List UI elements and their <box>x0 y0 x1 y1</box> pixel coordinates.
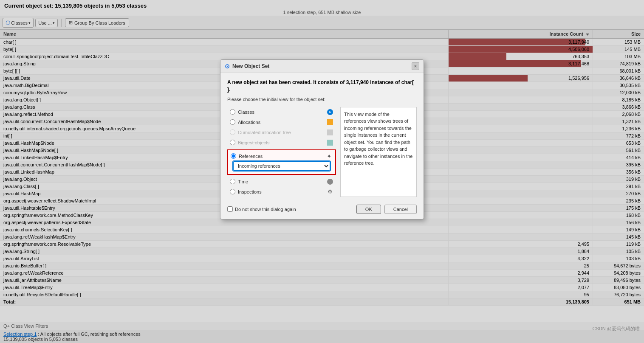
option-biggest-row[interactable]: Biggest objects <box>227 138 336 148</box>
new-object-set-dialog: ⊙ New Object Set × A new object set has … <box>220 59 424 219</box>
tooltip-text: This view mode of the references view sh… <box>344 112 412 166</box>
dialog-footer: Do not show this dialog again OK Cancel <box>220 201 424 219</box>
option-inspections-radio[interactable] <box>230 189 235 194</box>
no-show-checkbox-row: Do not show this dialog again <box>227 206 296 212</box>
dialog-titlebar: ⊙ New Object Set × <box>220 60 424 73</box>
cancel-button[interactable]: Cancel <box>384 205 417 214</box>
dialog-body: A new object set has been created. It co… <box>220 73 424 201</box>
option-cumulated-row: Cumulated allocation tree <box>227 127 336 138</box>
option-inspections-icon: ⚙ <box>327 188 333 195</box>
option-inspections-row[interactable]: Inspections ⚙ <box>227 187 336 197</box>
option-biggest-icon <box>327 139 333 146</box>
option-allocations-row[interactable]: Allocations <box>227 117 336 127</box>
dialog-btn-group: OK Cancel <box>356 205 417 214</box>
dialog-prompt: Please choose the initial view for the o… <box>227 97 417 102</box>
option-classes-icon: C <box>327 109 333 115</box>
options-container: Classes C Allocations <box>227 107 417 197</box>
option-biggest-radio[interactable] <box>230 140 235 145</box>
dialog-title: ⊙ New Object Set <box>225 63 269 70</box>
option-classes-label: Classes <box>238 110 254 115</box>
option-time-icon <box>327 178 333 185</box>
ok-button[interactable]: OK <box>356 205 381 214</box>
option-time-label: Time <box>238 179 248 184</box>
option-inspections-label: Inspections <box>238 189 262 194</box>
option-references-radio[interactable] <box>231 153 236 159</box>
references-dropdown-row: Incoming references Outgoing references <box>231 160 333 172</box>
option-cumulated-icon <box>327 129 333 136</box>
dialog-tooltip: This view mode of the references view sh… <box>340 107 417 197</box>
option-references-icon: ✦ <box>326 153 333 160</box>
option-references-label: References <box>239 154 263 159</box>
option-allocations-icon <box>327 119 333 126</box>
references-section: References ✦ Incoming references Outgoin… <box>227 149 336 175</box>
option-biggest-label: Biggest objects <box>238 140 270 145</box>
options-left: Classes C Allocations <box>227 107 336 197</box>
option-classes-radio[interactable] <box>230 109 235 115</box>
dialog-title-icon: ⊙ <box>225 63 230 70</box>
option-cumulated-radio <box>230 129 235 135</box>
option-time-radio[interactable] <box>230 179 235 184</box>
no-show-label: Do not show this dialog again <box>235 207 296 212</box>
dialog-close-button[interactable]: × <box>412 62 419 70</box>
option-time-row[interactable]: Time <box>227 177 336 187</box>
option-allocations-label: Allocations <box>238 120 260 125</box>
dialog-description: A new object set has been created. It co… <box>227 79 417 93</box>
option-allocations-radio[interactable] <box>230 119 235 125</box>
no-show-checkbox[interactable] <box>227 206 233 212</box>
option-cumulated-label: Cumulated allocation tree <box>238 130 291 135</box>
option-references-row[interactable]: References ✦ <box>231 152 333 160</box>
incoming-references-select[interactable]: Incoming references Outgoing references <box>233 161 330 171</box>
modal-overlay: ⊙ New Object Set × A new object set has … <box>0 0 644 343</box>
option-classes-row[interactable]: Classes C <box>227 107 336 117</box>
